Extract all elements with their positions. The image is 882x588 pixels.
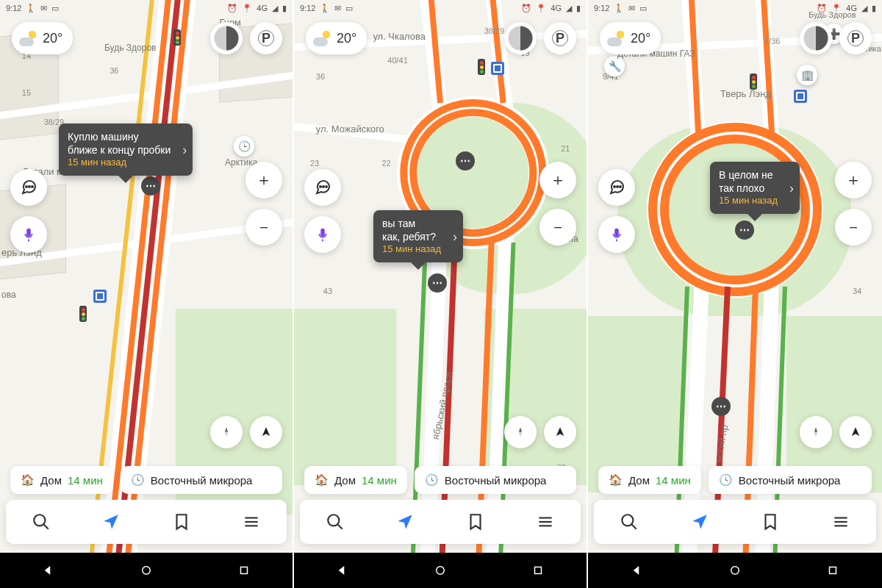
chip-destination[interactable]: 🕓Восточный микрора — [709, 466, 872, 494]
traffic-layer-button[interactable] — [210, 22, 243, 54]
comment-tooltip[interactable]: В целом не так плохо 15 мин назад › — [710, 162, 800, 214]
parking-button[interactable]: P — [250, 22, 282, 54]
comment-tooltip[interactable]: вы там как, ребят? 15 мин назад › — [373, 210, 463, 262]
weather-pill[interactable]: 20° — [306, 22, 367, 54]
busstop-icon[interactable] — [93, 290, 107, 303]
menu-button[interactable] — [525, 501, 566, 542]
poi-tools-dot[interactable]: 🔧 — [604, 56, 625, 76]
parking-button[interactable]: P — [839, 22, 872, 54]
locate-me-button[interactable] — [839, 416, 872, 448]
search-button[interactable] — [315, 501, 356, 542]
android-nav-bar — [294, 553, 587, 588]
svg-rect-24 — [294, 309, 396, 485]
android-home-button[interactable] — [728, 564, 742, 577]
status-bar: 9:12🚶✉▭ ⏰📍4G◢▮ — [588, 0, 882, 16]
home-icon: 🏠 — [315, 473, 329, 487]
android-recents-button[interactable] — [531, 564, 545, 577]
svg-marker-48 — [519, 431, 523, 437]
svg-marker-72 — [814, 427, 818, 433]
temperature: 20° — [631, 31, 650, 46]
comment-tooltip[interactable]: Куплю машину ближе к концу пробки 15 мин… — [59, 123, 193, 176]
bookmarks-button[interactable] — [750, 501, 791, 542]
menu-button[interactable] — [231, 501, 272, 542]
chat-button[interactable] — [598, 169, 635, 206]
chip-home[interactable]: 🏠Дом14 мин — [598, 466, 701, 494]
search-button[interactable] — [609, 501, 650, 542]
poi-building-dot[interactable]: 🏢 — [797, 65, 817, 85]
svg-text:36: 36 — [316, 72, 325, 81]
voice-button[interactable] — [304, 216, 341, 253]
android-back-button[interactable] — [631, 564, 644, 577]
zoom-out-button[interactable]: － — [539, 209, 576, 245]
mail-icon: ✉ — [628, 4, 635, 13]
svg-text:43: 43 — [323, 287, 332, 295]
zoom-in-button[interactable]: ＋ — [539, 162, 576, 198]
svg-rect-71 — [614, 229, 619, 237]
sim-icon: ▭ — [345, 4, 353, 13]
zoom-out-button[interactable]: － — [245, 209, 282, 245]
bookmarks-button[interactable] — [161, 501, 202, 542]
poi-bud-zdorov: Будь Здоров — [104, 43, 156, 53]
traffic-layer-button[interactable] — [504, 22, 537, 54]
comment-marker-icon[interactable] — [428, 273, 447, 293]
bottom-toolbar — [6, 500, 287, 544]
android-recents-button[interactable] — [826, 564, 839, 577]
weather-icon — [313, 29, 332, 48]
svg-marker-73 — [814, 431, 818, 437]
svg-point-70 — [620, 186, 621, 187]
comment-marker-icon[interactable] — [456, 151, 475, 171]
trafficlight-icon — [750, 74, 757, 90]
svg-rect-55 — [534, 567, 541, 574]
locate-me-button[interactable] — [544, 416, 576, 448]
location-icon: 📍 — [242, 4, 252, 13]
chip-destination[interactable]: 🕓Восточный микрора — [415, 466, 576, 494]
chat-button[interactable] — [10, 169, 47, 206]
zoom-out-button[interactable]: － — [835, 209, 872, 245]
weather-icon — [607, 29, 626, 48]
navigate-button[interactable] — [384, 501, 426, 542]
comment-marker-icon[interactable] — [735, 220, 754, 240]
parking-button[interactable]: P — [544, 22, 576, 54]
svg-text:ьский пр: ьский пр — [712, 424, 730, 463]
bookmarks-button[interactable] — [455, 501, 496, 542]
menu-button[interactable] — [820, 501, 861, 542]
alarm-icon: ⏰ — [521, 4, 531, 13]
poi-arktika-dot[interactable]: 🕒 — [234, 136, 254, 157]
comment-marker-icon[interactable] — [141, 176, 160, 196]
locate-me-button[interactable] — [250, 416, 282, 448]
android-recents-button[interactable] — [237, 564, 251, 577]
battery-icon: ▮ — [576, 4, 581, 13]
android-home-button[interactable] — [140, 564, 153, 577]
android-back-button[interactable] — [336, 564, 349, 577]
android-nav-bar — [588, 553, 882, 588]
android-home-button[interactable] — [434, 564, 447, 577]
chevron-right-icon: › — [789, 179, 794, 196]
chip-home[interactable]: 🏠Дом14 мин — [304, 466, 407, 494]
search-button[interactable] — [21, 501, 62, 542]
clock-icon: 🕓 — [131, 473, 145, 487]
busstop-icon[interactable] — [491, 62, 504, 75]
navigate-button[interactable] — [679, 501, 720, 542]
compass-button[interactable] — [504, 416, 537, 448]
chip-home-time: 14 мин — [362, 474, 397, 487]
chat-button[interactable] — [304, 169, 341, 206]
weather-pill[interactable]: 20° — [12, 22, 73, 54]
weather-pill[interactable]: 20° — [600, 22, 661, 54]
traffic-layer-button[interactable] — [800, 22, 832, 54]
android-back-button[interactable] — [42, 564, 55, 577]
bottom-toolbar — [594, 500, 876, 544]
zoom-in-button[interactable]: ＋ — [245, 162, 282, 198]
svg-point-12 — [32, 186, 33, 187]
compass-button[interactable] — [210, 416, 243, 448]
busstop-icon[interactable] — [794, 90, 807, 103]
chip-destination[interactable]: 🕓 Восточный микрора — [121, 466, 282, 494]
chip-home[interactable]: 🏠 Дом 14 мин — [10, 466, 113, 494]
tooltip-line1: Куплю машину — [68, 131, 171, 144]
comment-marker-icon[interactable] — [711, 397, 731, 416]
zoom-in-button[interactable]: ＋ — [835, 162, 872, 198]
navigate-button[interactable] — [90, 501, 132, 542]
sim-icon: ▭ — [639, 4, 647, 13]
compass-button[interactable] — [800, 416, 832, 448]
voice-button[interactable] — [598, 216, 635, 253]
voice-button[interactable] — [10, 216, 47, 253]
